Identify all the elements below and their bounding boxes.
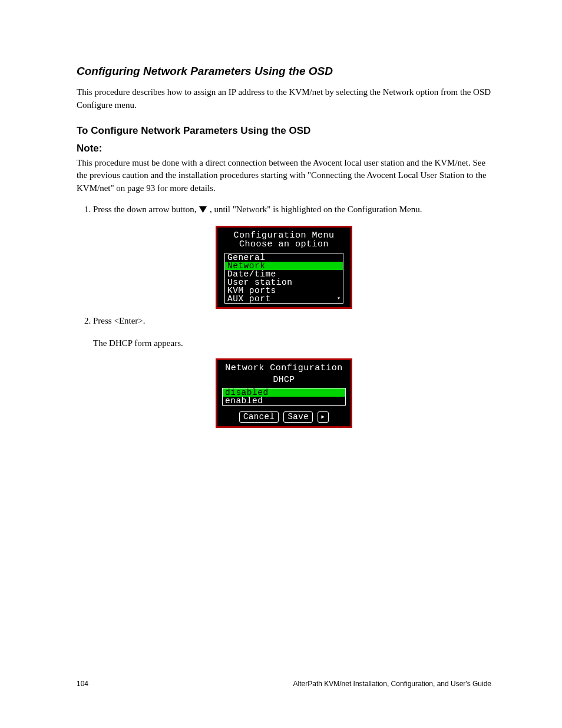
osd-title-line1: Configuration Menu bbox=[233, 230, 334, 241]
osd-item-datetime[interactable]: Date/time bbox=[225, 270, 343, 278]
note-block: Note: This procedure must be done with a… bbox=[77, 143, 491, 195]
step-2-result: The DHCP form appears. bbox=[93, 337, 491, 350]
cancel-button[interactable]: Cancel bbox=[239, 411, 279, 423]
osd-title: Configuration Menu Choose an option bbox=[221, 231, 347, 250]
intro-paragraph: This procedure describes how to assign a… bbox=[77, 86, 491, 112]
osd2-option-enabled[interactable]: enabled bbox=[223, 397, 345, 405]
note-text: This procedure must be done with a direc… bbox=[77, 158, 487, 193]
down-arrow-icon bbox=[199, 206, 207, 213]
page: Configuring Network Parameters Using the… bbox=[0, 0, 562, 728]
osd-item-user-station[interactable]: User station bbox=[225, 278, 343, 286]
osd2-sub: DHCP bbox=[221, 375, 347, 384]
page-footer: 104 AlterPath KVM/net Installation, Conf… bbox=[77, 680, 491, 688]
osd2-button-bar: Cancel Save ▸ bbox=[221, 411, 347, 423]
doc-title-footer: AlterPath KVM/net Installation, Configur… bbox=[293, 680, 491, 688]
page-number: 104 bbox=[77, 680, 88, 688]
osd-title-line2: Choose an option bbox=[239, 239, 329, 249]
osd-listbox[interactable]: General Network Date/time User station K… bbox=[224, 253, 343, 304]
osd-config-menu: Configuration Menu Choose an option Gene… bbox=[216, 226, 352, 309]
steps-list-2: Press <Enter>. bbox=[77, 315, 491, 328]
scroll-down-icon[interactable]: ▾ bbox=[337, 295, 340, 302]
svg-marker-0 bbox=[199, 206, 207, 213]
osd2-title: Network Configuration bbox=[221, 364, 347, 373]
figure-dhcp: Network Configuration DHCP disabled enab… bbox=[77, 358, 491, 429]
save-button[interactable]: Save bbox=[283, 411, 313, 423]
step-1-suffix: , until "Network" is highlighted on the … bbox=[210, 205, 422, 214]
steps-list: Press the down arrow button, , until "Ne… bbox=[77, 203, 491, 216]
next-button[interactable]: ▸ bbox=[318, 411, 329, 423]
osd-item-kvm-ports[interactable]: KVM ports bbox=[225, 286, 343, 295]
step-1: Press the down arrow button, , until "Ne… bbox=[93, 203, 491, 216]
osd-network-config: Network Configuration DHCP disabled enab… bbox=[216, 358, 352, 429]
osd-item-aux-port[interactable]: AUX port bbox=[225, 295, 343, 303]
step-2: Press <Enter>. bbox=[93, 315, 491, 328]
procedure-heading: To Configure Network Parameters Using th… bbox=[77, 125, 491, 137]
osd2-listbox[interactable]: disabled enabled bbox=[222, 388, 346, 406]
osd-item-general[interactable]: General bbox=[225, 253, 343, 262]
osd-item-network[interactable]: Network bbox=[225, 262, 343, 270]
figure-config-menu: Configuration Menu Choose an option Gene… bbox=[77, 226, 491, 309]
section-title: Configuring Network Parameters Using the… bbox=[77, 65, 491, 78]
osd2-option-disabled[interactable]: disabled bbox=[223, 388, 345, 397]
note-label: Note: bbox=[77, 143, 491, 154]
step-1-prefix: Press the down arrow button, bbox=[93, 205, 199, 214]
